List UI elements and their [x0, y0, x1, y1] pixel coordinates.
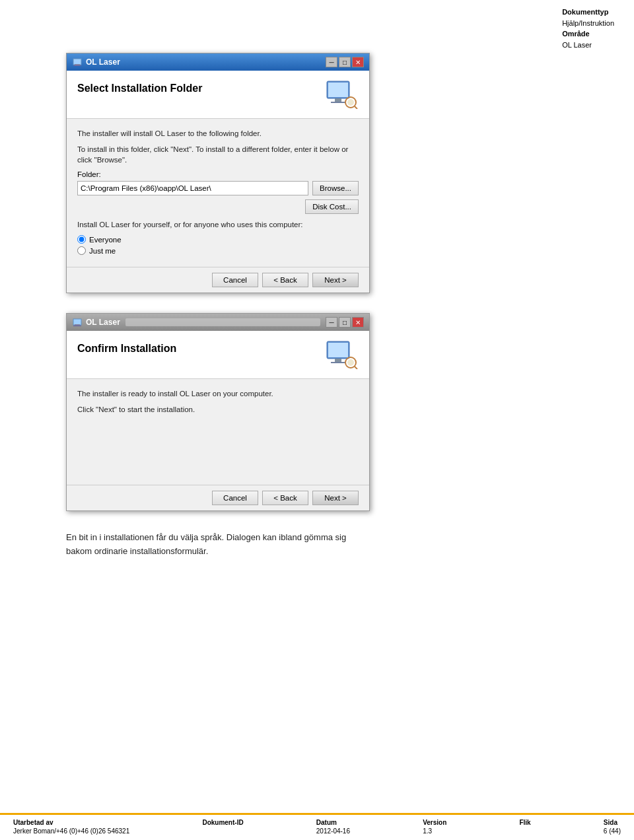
disk-cost-button[interactable]: Disk Cost... [305, 199, 359, 214]
title-text-2: OL Laser [86, 318, 120, 327]
body-line1-1: The installer will install OL Laser to t… [77, 128, 359, 139]
version-value: 1.3 [423, 827, 446, 835]
sida-label: Sida [604, 819, 621, 826]
svg-rect-10 [73, 319, 81, 325]
dialog-select-folder: OL Laser ─ □ ✕ Select Installation Folde… [66, 53, 370, 293]
computer-icon-2 [324, 340, 359, 369]
title-text-1: OL Laser [86, 57, 120, 67]
dialog-body-1: The installer will install OL Laser to t… [67, 119, 369, 267]
title-bar-left-1: OL Laser [72, 57, 120, 67]
cancel-button-1[interactable]: Cancel [212, 273, 258, 287]
footer-sida: Sida 6 (44) [604, 819, 621, 835]
version-label: Version [423, 819, 446, 826]
dialog-footer-2: Cancel < Back Next > [67, 485, 369, 510]
dialog-title-text-2: Confirm Installation [77, 343, 176, 355]
radio-just-me-input[interactable] [77, 246, 86, 255]
svg-rect-14 [328, 343, 348, 357]
svg-point-18 [347, 359, 354, 366]
svg-rect-2 [73, 65, 81, 66]
doc-metadata: Dokumenttyp Hjälp/Instruktion Område OL … [562, 7, 614, 50]
install-for-label: Install OL Laser for yourself, or for an… [77, 219, 359, 230]
svg-rect-0 [73, 59, 81, 65]
datum-label: Datum [316, 819, 350, 826]
next-button-2[interactable]: Next > [312, 491, 359, 505]
dokument-id-label: Dokument-ID [202, 819, 243, 826]
radio-everyone: Everyone [77, 235, 359, 244]
maximize-btn-1[interactable]: □ [339, 57, 351, 67]
dialog-body-2: The installer is ready to install OL Las… [67, 379, 369, 485]
maximize-btn-2[interactable]: □ [339, 317, 351, 328]
footer-dokument-id: Dokument-ID [202, 819, 243, 835]
body-text-line1: En bit in i installationen får du välja … [66, 532, 346, 542]
title-controls-2: ─ □ ✕ [326, 317, 364, 328]
window-icon-2 [72, 317, 83, 328]
footer-flik: Flik [519, 819, 530, 835]
page-footer: Utarbetad av Jerker Boman/+46 (0)+46 (0)… [0, 813, 634, 840]
radio-just-me: Just me [77, 246, 359, 255]
body-line1-2: The installer is ready to install OL Las… [77, 388, 359, 399]
svg-line-9 [355, 106, 357, 109]
doc-type-label: Dokumenttyp [562, 8, 608, 16]
dialog-header-2: Confirm Installation [67, 331, 369, 379]
title-bar-2: OL Laser ─ □ ✕ [67, 314, 369, 331]
doc-area-value: OL Laser [562, 40, 614, 51]
dialog-confirm-installation: OL Laser ─ □ ✕ Confirm Installation [66, 313, 370, 511]
back-button-2[interactable]: < Back [262, 491, 308, 505]
flik-label: Flik [519, 819, 530, 826]
body-text-section: En bit in i installationen får du välja … [66, 531, 568, 559]
close-btn-2[interactable]: ✕ [352, 317, 364, 328]
computer-icon-1 [324, 80, 359, 109]
svg-point-8 [347, 99, 354, 106]
body-line2-1: To install in this folder, click "Next".… [77, 144, 359, 165]
minimize-btn-2[interactable]: ─ [326, 317, 337, 328]
title-controls-1: ─ □ ✕ [326, 57, 364, 67]
body-text-line2: bakom ordinarie installationsformulär. [66, 546, 208, 556]
svg-line-19 [355, 367, 357, 369]
body-line2-2: Click "Next" to start the installation. [77, 404, 359, 415]
footer-datum: Datum 2012-04-16 [316, 819, 350, 835]
folder-label: Folder: [77, 170, 359, 178]
svg-rect-1 [75, 64, 80, 65]
svg-rect-12 [73, 326, 81, 326]
sida-value: 6 (44) [604, 827, 621, 835]
radio-everyone-input[interactable] [77, 235, 86, 244]
footer-version: Version 1.3 [423, 819, 446, 835]
svg-rect-5 [335, 98, 341, 102]
folder-input[interactable] [77, 181, 308, 195]
svg-rect-16 [331, 362, 345, 363]
svg-rect-6 [331, 102, 345, 103]
main-content: OL Laser ─ □ ✕ Select Installation Folde… [0, 0, 634, 598]
doc-type-value: Hjälp/Instruktion [562, 18, 614, 29]
dialog-header-1: Select Installation Folder [67, 71, 369, 119]
utarbetad-label: Utarbetad av [13, 819, 129, 826]
datum-value: 2012-04-16 [316, 827, 350, 835]
dialog-title-text-1: Select Installation Folder [77, 83, 202, 94]
radio-just-me-label: Just me [89, 247, 116, 255]
title-bar-left-2: OL Laser [72, 317, 120, 328]
dialog-footer-1: Cancel < Back Next > [67, 267, 369, 293]
utarbetad-value: Jerker Boman/+46 (0)+46 (0)26 546321 [13, 827, 129, 835]
footer-utarbetad: Utarbetad av Jerker Boman/+46 (0)+46 (0)… [13, 819, 129, 835]
disk-cost-row: Disk Cost... [77, 199, 359, 214]
doc-area-label: Område [562, 30, 590, 38]
svg-rect-15 [335, 359, 341, 362]
back-button-1[interactable]: < Back [262, 273, 308, 287]
folder-row: Browse... [77, 181, 359, 195]
radio-everyone-label: Everyone [89, 236, 122, 244]
minimize-btn-1[interactable]: ─ [326, 57, 337, 67]
browse-button[interactable]: Browse... [312, 181, 359, 195]
cancel-button-2[interactable]: Cancel [212, 491, 258, 505]
svg-rect-4 [328, 83, 348, 97]
close-btn-1[interactable]: ✕ [352, 57, 364, 67]
blurred-titlebar-content [125, 318, 320, 326]
next-button-1[interactable]: Next > [312, 273, 359, 287]
window-icon-1 [72, 57, 83, 67]
title-bar-1: OL Laser ─ □ ✕ [67, 53, 369, 71]
svg-rect-11 [75, 324, 80, 326]
